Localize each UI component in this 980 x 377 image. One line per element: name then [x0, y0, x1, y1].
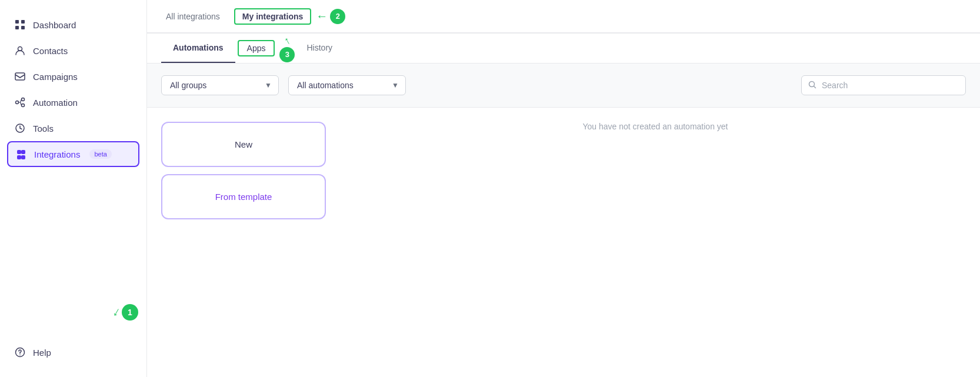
- sidebar-item-integrations[interactable]: Integrations beta: [7, 141, 139, 167]
- sidebar-item-automation[interactable]: Automation: [0, 89, 146, 115]
- tools-icon: [14, 122, 26, 134]
- svg-rect-2: [15, 26, 19, 29]
- search-wrapper: [801, 75, 966, 95]
- svg-point-6: [16, 101, 19, 104]
- sidebar-item-campaigns[interactable]: Campaigns: [0, 64, 146, 89]
- new-card[interactable]: New: [161, 122, 326, 167]
- cards-column: New From template: [161, 122, 326, 219]
- beta-badge: beta: [89, 149, 111, 159]
- sidebar-item-label: Contacts: [33, 46, 68, 56]
- content-panel: Automations Apps ↑ 3 History All groups: [147, 33, 980, 377]
- topbar: All integrations My integrations ← 2: [147, 0, 980, 33]
- svg-point-7: [22, 98, 25, 101]
- sidebar-item-tools[interactable]: Tools: [0, 115, 146, 141]
- automations-filter-wrapper: All automations ▼: [288, 75, 406, 95]
- svg-rect-3: [21, 26, 25, 29]
- main-content: All integrations My integrations ← 2 Aut…: [147, 0, 980, 377]
- sidebar-item-help[interactable]: Help: [0, 339, 146, 365]
- sidebar-item-contacts[interactable]: Contacts: [0, 38, 146, 64]
- sidebar-item-label: Integrations: [34, 149, 80, 159]
- search-icon: [808, 81, 816, 91]
- dashboard-icon: [14, 19, 26, 31]
- annotation-circle-3: 3: [279, 47, 295, 62]
- annotation-2-wrapper: ← 2: [316, 9, 345, 24]
- sidebar-item-label: Dashboard: [33, 20, 76, 30]
- filter-row: All groups ▼ All automations ▼: [147, 64, 980, 108]
- arrow-up-left-icon: ↑: [282, 34, 292, 48]
- svg-rect-5: [15, 73, 25, 80]
- groups-filter-wrapper: All groups ▼: [161, 75, 279, 95]
- groups-select[interactable]: All groups: [161, 75, 279, 95]
- tabs-bar: Automations Apps ↑ 3 History: [147, 34, 980, 64]
- svg-point-8: [22, 104, 25, 107]
- tab-history[interactable]: History: [295, 34, 344, 63]
- my-integrations-link[interactable]: My integrations: [234, 8, 311, 25]
- annotation-3-wrapper: ↑ 3: [279, 35, 295, 62]
- annotation-circle-2: 2: [330, 9, 345, 24]
- help-icon: [14, 346, 26, 358]
- integrations-icon: [15, 148, 27, 160]
- sidebar-item-label: Automation: [33, 98, 78, 108]
- sidebar: Dashboard Contacts Campaigns: [0, 0, 147, 377]
- svg-rect-1: [21, 20, 25, 24]
- sidebar-item-label: Tools: [33, 124, 54, 134]
- sidebar-item-dashboard[interactable]: Dashboard: [0, 12, 146, 38]
- contacts-icon: [14, 45, 26, 56]
- tab-automations[interactable]: Automations: [161, 34, 235, 63]
- campaigns-icon: [14, 71, 26, 82]
- tab-apps[interactable]: Apps: [238, 40, 275, 56]
- from-template-card[interactable]: From template: [161, 174, 326, 219]
- automations-select[interactable]: All automations: [288, 75, 406, 95]
- all-integrations-link[interactable]: All integrations: [166, 9, 220, 24]
- svg-rect-0: [15, 20, 19, 24]
- sidebar-item-label: Help: [33, 348, 51, 358]
- cards-area: New From template You have not created a…: [147, 108, 980, 377]
- empty-state: You have not created an automation yet: [345, 122, 966, 131]
- arrow-left-icon: ←: [316, 9, 328, 23]
- svg-point-10: [19, 355, 21, 356]
- search-input[interactable]: [801, 75, 966, 95]
- automation-icon: [14, 96, 26, 108]
- sidebar-item-label: Campaigns: [33, 72, 78, 82]
